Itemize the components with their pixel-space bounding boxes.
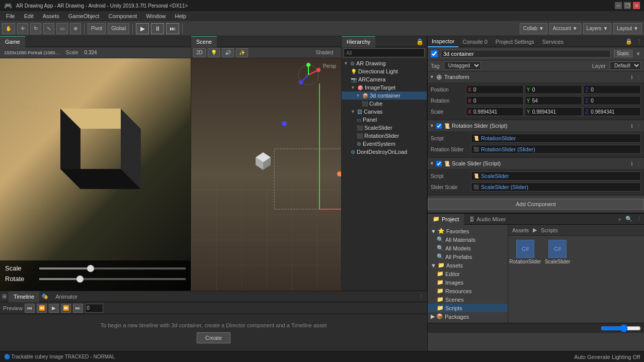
tl-begin-btn[interactable]: ⏮ (25, 304, 35, 313)
rotation-slider-header[interactable]: ▼ 📜 Rotation Slider (Script) ℹ ⋮ (428, 120, 644, 131)
transform-header[interactable]: ▼ ⊕ Transform ℹ ⋮ (428, 71, 644, 82)
scale-tool[interactable]: ⤡ (43, 23, 54, 34)
tab-scene[interactable]: Scene (191, 36, 217, 47)
project-zoom-slider[interactable] (601, 325, 641, 332)
file-rotation-slider[interactable]: C# RotationSlider (510, 238, 540, 266)
timeline-settings-icon[interactable]: ⋮ (416, 293, 427, 300)
menu-window[interactable]: Window (142, 13, 170, 20)
rot-script-val[interactable]: 📜 RotationSlider (471, 134, 641, 143)
project-favorites[interactable]: ▼ ⭐ Favorites (428, 227, 508, 235)
scene-light-btn[interactable]: 💡 (208, 48, 220, 57)
tree-event-system[interactable]: ⚙ EventSystem (342, 140, 427, 148)
file-scale-slider[interactable]: C# ScaleSlider (542, 238, 573, 266)
transform-info-btn[interactable]: ℹ (630, 74, 634, 80)
menu-assets[interactable]: Assets (39, 13, 63, 20)
tab-inspector[interactable]: Inspector (428, 36, 458, 47)
project-all-materials[interactable]: 🔍 All Materials (428, 235, 508, 244)
hierarchy-search-input[interactable] (344, 48, 425, 57)
tab-timeline[interactable]: Timeline (9, 291, 39, 302)
tree-rotation-slider[interactable]: ⬛ RotationSlider (342, 132, 427, 140)
pos-x-field[interactable]: X 0 (466, 85, 524, 94)
global-btn[interactable]: Global (108, 23, 129, 34)
scale-y-field[interactable]: Y 0.9894341 (525, 107, 583, 116)
minimize-button[interactable]: ─ (615, 2, 622, 9)
add-component-btn[interactable]: Add Component (428, 199, 644, 210)
rot-slider-active[interactable] (436, 123, 442, 129)
tree-imagetarget[interactable]: ▼ 🎯 ImageTarget (342, 83, 427, 92)
pause-button[interactable]: ⏸ (151, 23, 164, 34)
menu-component[interactable]: Component (104, 13, 141, 20)
tl-frame-input[interactable] (85, 304, 103, 313)
step-button[interactable]: ⏭ (166, 23, 179, 34)
inspector-more-icon[interactable]: ⋮ (634, 38, 644, 45)
project-editor[interactable]: 📁 Editor (428, 269, 508, 278)
rot-slider-info[interactable]: ℹ (630, 123, 634, 129)
tl-play-btn[interactable]: ▶ (49, 304, 59, 313)
project-all-prefabs[interactable]: 🔍 All Prefabs (428, 252, 508, 261)
rotate-tool[interactable]: ↻ (30, 23, 41, 34)
scale-slider-header[interactable]: ▼ 📜 Scale Slider (Script) ℹ ⋮ (428, 158, 644, 169)
collab-btn[interactable]: Collab ▼ (520, 23, 547, 34)
scale-z-field[interactable]: Z 0.9894341 (583, 107, 641, 116)
rot-z-field[interactable]: Z 0 (583, 96, 641, 105)
multi-tool[interactable]: ⊕ (70, 23, 81, 34)
inspector-lock-icon[interactable]: 🔒 (623, 38, 634, 45)
pos-y-field[interactable]: Y 0 (525, 85, 583, 94)
project-images[interactable]: 📁 Images (428, 278, 508, 287)
tree-dontdestroy[interactable]: ⚙ DontDestroyOnLoad (342, 148, 427, 156)
obj-name-input[interactable] (441, 50, 611, 58)
menu-gameobject[interactable]: GameObject (64, 13, 104, 20)
tab-project-settings[interactable]: Project Settings (492, 36, 538, 47)
scene-shaded[interactable]: Shaded (314, 49, 335, 56)
tree-panel[interactable]: ▭ Panel (342, 116, 427, 124)
menu-edit[interactable]: Edit (20, 13, 38, 20)
tree-dir-light[interactable]: 💡 Directional Light (342, 67, 427, 75)
scene-viewport[interactable]: Persp (191, 58, 341, 291)
project-search-icon[interactable]: 🔍 (623, 216, 634, 222)
scale-x-field[interactable]: X 0.9894341 (466, 107, 524, 116)
project-add-btn[interactable]: + (616, 216, 623, 222)
project-more-btn[interactable]: ⋮ (634, 216, 644, 222)
rot-slider-more[interactable]: ⋮ (635, 123, 642, 129)
tab-audio-mixer[interactable]: 🎛 Audio Mixer (464, 214, 511, 225)
obj-active-checkbox[interactable] (431, 50, 438, 57)
scale-script-val[interactable]: 📜 ScaleSlider (471, 171, 641, 180)
rect-tool[interactable]: ▭ (56, 23, 68, 34)
tree-3d-container[interactable]: ▼ 📦 3d container (342, 92, 427, 100)
project-all-models[interactable]: 🔍 All Models (428, 244, 508, 252)
game-resolution[interactable]: 1920x1080 Portrait (1080… (2, 50, 62, 56)
scale-slider-more[interactable]: ⋮ (635, 161, 642, 166)
pivot-btn[interactable]: Pivot (88, 23, 106, 34)
tab-console[interactable]: Console 0 (458, 36, 492, 47)
tab-project[interactable]: 📁 Project (428, 214, 464, 225)
scale-slider-active[interactable] (436, 161, 442, 166)
menu-help[interactable]: Help (171, 13, 190, 20)
layout-btn[interactable]: Layout ▼ (613, 23, 642, 34)
project-scripts[interactable]: 📁 Scripts (428, 304, 508, 312)
menu-file[interactable]: File (2, 13, 19, 20)
tree-scale-slider[interactable]: ⬛ ScaleSlider (342, 124, 427, 132)
move-tool[interactable]: ✛ (17, 23, 28, 34)
tl-next-btn[interactable]: ⏩ (61, 304, 71, 313)
scale-slider[interactable] (39, 267, 186, 269)
rotate-slider[interactable] (39, 278, 186, 280)
tree-canvas[interactable]: ▼ 🖼 Canvas (342, 108, 427, 116)
scale-slider-prop-val[interactable]: ⬛ ScaleSlider (Slider) (471, 183, 641, 192)
tab-services[interactable]: Services (538, 36, 568, 47)
transform-more-btn[interactable]: ⋮ (635, 74, 642, 80)
rot-y-field[interactable]: Y 54 (525, 96, 583, 105)
tl-end-btn[interactable]: ⏭ (73, 304, 83, 313)
project-packages[interactable]: ▶ 📦 Packages (428, 312, 508, 321)
layer-dropdown[interactable]: Default (610, 61, 641, 70)
tree-ar-drawing[interactable]: ▼ ⚙ AR Drawing (342, 59, 427, 67)
scene-2d-btn[interactable]: 2D (193, 48, 206, 57)
play-button[interactable]: ▶ (136, 23, 149, 34)
tab-game[interactable]: Game (0, 36, 25, 47)
project-resources[interactable]: 📁 Resources (428, 287, 508, 295)
tag-dropdown[interactable]: Untagged (444, 61, 481, 70)
scene-fx-btn[interactable]: ✨ (236, 48, 248, 57)
hand-tool[interactable]: ✋ (2, 23, 15, 34)
tl-prev-btn[interactable]: ⏪ (37, 304, 47, 313)
account-btn[interactable]: Account ▼ (549, 23, 581, 34)
layers-btn[interactable]: Layers ▼ (583, 23, 612, 34)
